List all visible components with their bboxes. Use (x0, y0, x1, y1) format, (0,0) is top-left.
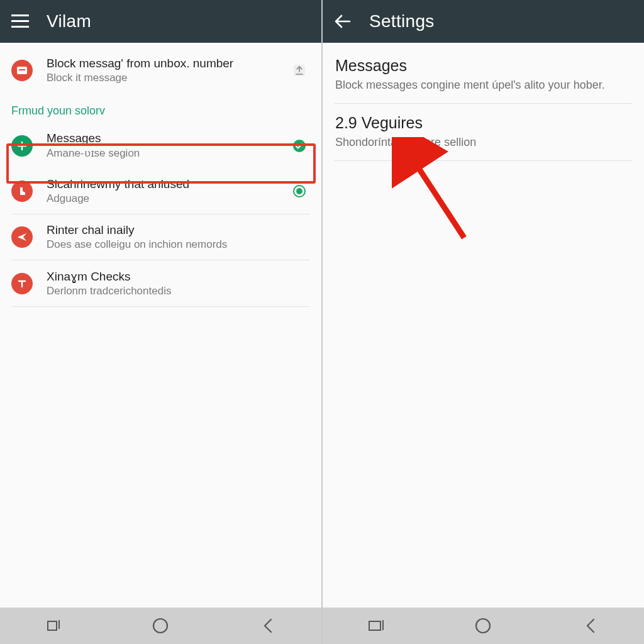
left-navbar (0, 608, 321, 644)
right-content: Messages Block messages congine ment úpe… (323, 43, 644, 608)
row-xinaym[interactable]: Xinaɣm Checks Derlonm tradcerichontedis (0, 260, 321, 306)
settings-veguires-sub: Shondoríntautal pore sellion (335, 136, 631, 149)
svg-rect-4 (19, 69, 25, 70)
row-block-message[interactable]: Block messag' from unbox. number Block i… (0, 43, 321, 93)
nav-back-icon[interactable] (578, 613, 603, 638)
row-block-sub: Block it message (47, 72, 289, 84)
svg-point-9 (153, 619, 167, 633)
row-xinaym-sub: Derlonm tradcerichontedis (47, 285, 289, 297)
message-block-icon (11, 60, 33, 81)
row-messages[interactable]: Messages Amane-ʋɪse segion (0, 123, 321, 169)
settings-veguires[interactable]: 2.9 Veguires Shondoríntautal pore sellio… (323, 104, 644, 160)
right-pane: Settings Messages Block messages congine… (323, 0, 644, 644)
nav-recent-icon[interactable] (41, 613, 66, 638)
check-circle-icon (289, 139, 310, 153)
settings-messages-title: Messages (335, 57, 631, 75)
left-appbar-title: Vilam (47, 11, 91, 31)
row-messages-title: Messages (47, 131, 289, 145)
row-rinter[interactable]: Rinter chal inaily Does ase colleigu on … (0, 214, 321, 260)
row-slc-sub: Adguage (47, 192, 289, 205)
row-messages-sub: Amane-ʋɪse segion (47, 147, 289, 160)
nav-home-icon[interactable] (470, 613, 496, 638)
svg-rect-0 (11, 14, 29, 16)
radio-selected-icon[interactable] (289, 184, 310, 198)
row-slcahrinewmy[interactable]: Slcahrinewmy that anlused Adguage (0, 169, 321, 214)
svg-point-8 (296, 188, 303, 194)
row-slc-title: Slcahrinewmy that anlused (47, 177, 289, 191)
svg-rect-2 (11, 26, 29, 28)
left-appbar: Vilam (0, 0, 321, 43)
settings-messages[interactable]: Messages Block messages congine ment úpe… (323, 43, 644, 103)
nav-back-icon[interactable] (255, 613, 280, 638)
boot-icon (11, 180, 33, 202)
svg-point-11 (476, 619, 490, 633)
row-block-title: Block messag' from unbox. number (47, 57, 289, 70)
plane-icon (11, 226, 33, 248)
svg-rect-10 (369, 621, 380, 630)
back-arrow-icon[interactable] (334, 13, 352, 30)
nav-recent-icon[interactable] (364, 613, 389, 638)
svg-rect-1 (11, 20, 29, 22)
row-rinter-sub: Does ase colleigu on inchion nemords (47, 238, 289, 251)
right-navbar (323, 608, 644, 644)
plus-icon (11, 135, 33, 157)
left-pane: Vilam Block messag' from unbox. number B… (0, 0, 321, 644)
row-xinaym-title: Xinaɣm Checks (47, 269, 289, 284)
export-icon[interactable] (289, 63, 310, 78)
t-icon (11, 273, 33, 294)
row-rinter-title: Rinter chal inaily (47, 223, 289, 237)
right-appbar: Settings (323, 0, 644, 43)
left-content: Block messag' from unbox. number Block i… (0, 43, 321, 608)
right-appbar-title: Settings (369, 11, 435, 31)
section-header: Frmud youn solorv (0, 93, 321, 123)
settings-veguires-title: 2.9 Veguires (335, 114, 631, 132)
settings-messages-sub: Block messages congine ment úpel's alito… (335, 79, 631, 92)
nav-home-icon[interactable] (148, 613, 173, 638)
hamburger-icon[interactable] (11, 13, 29, 30)
